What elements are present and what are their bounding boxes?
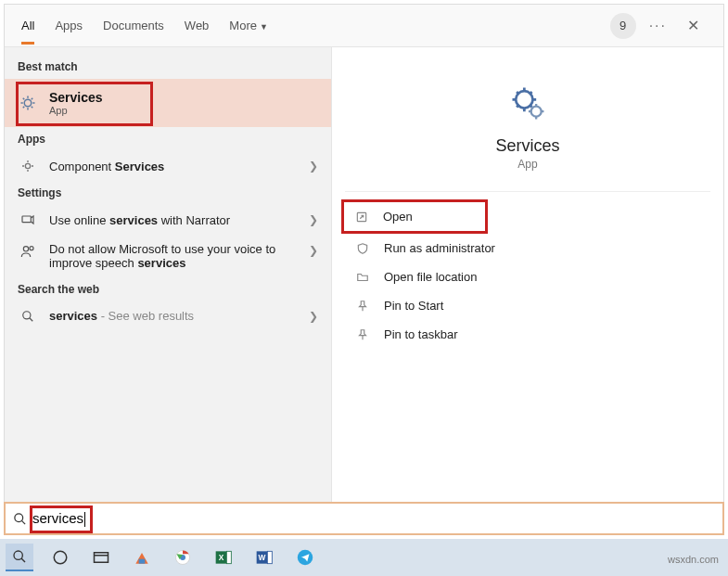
chevron-right-icon: ❯ [309, 213, 318, 226]
svg-text:W: W [259, 553, 266, 562]
more-options-icon[interactable]: ··· [649, 18, 667, 34]
pin-icon [354, 300, 371, 313]
svg-rect-2 [22, 216, 31, 223]
preview-pane: Services App Open Run as administrator O… [331, 47, 723, 534]
result-web-services[interactable]: services - See web results ❯ [5, 301, 331, 330]
svg-rect-13 [139, 559, 146, 564]
speech-icon [18, 244, 38, 259]
section-best-match: Best match [5, 55, 331, 79]
preview-sub: App [517, 158, 537, 171]
svg-rect-12 [95, 553, 109, 563]
section-web: Search the web [5, 277, 331, 301]
search-icon [13, 512, 27, 526]
svg-point-3 [23, 247, 28, 251]
taskbar-cortana-icon[interactable] [46, 544, 74, 571]
preview-title: Services [495, 136, 559, 156]
svg-point-4 [30, 247, 33, 250]
folder-icon [354, 271, 371, 284]
watermark: wsxdn.com [668, 554, 719, 565]
svg-point-7 [531, 107, 542, 117]
result-narrator-services[interactable]: Use online services with Narrator ❯ [5, 205, 331, 235]
search-header: All Apps Documents Web More▼ 9 ··· ✕ [5, 5, 723, 47]
svg-rect-21 [267, 551, 272, 563]
taskbar: X W [0, 539, 728, 576]
search-input[interactable]: services [32, 510, 85, 527]
taskbar-telegram-icon[interactable] [291, 544, 319, 571]
taskbar-chrome-icon[interactable] [169, 544, 197, 571]
tab-all[interactable]: All [21, 7, 34, 45]
tab-web[interactable]: Web [185, 7, 210, 45]
action-pin-taskbar[interactable]: Pin to taskbar [345, 320, 710, 349]
close-icon[interactable]: ✕ [680, 13, 707, 38]
chevron-right-icon: ❯ [309, 244, 318, 257]
svg-text:X: X [219, 553, 224, 562]
component-services-icon [18, 159, 38, 173]
services-large-icon [507, 83, 548, 123]
svg-point-11 [54, 551, 67, 564]
taskbar-search-icon[interactable] [6, 544, 33, 571]
taskbar-taskview-icon[interactable] [87, 544, 115, 571]
chevron-right-icon: ❯ [309, 310, 318, 323]
svg-point-1 [25, 163, 30, 168]
section-apps: Apps [5, 127, 331, 151]
action-pin-start[interactable]: Pin to Start [345, 291, 710, 320]
notification-badge[interactable]: 9 [610, 13, 636, 39]
results-list: Best match Services App Apps Component S… [5, 47, 331, 534]
best-match-result[interactable]: Services App [5, 79, 331, 127]
search-icon [18, 310, 38, 323]
taskbar-app1-icon[interactable] [128, 544, 156, 571]
svg-point-10 [14, 551, 22, 559]
tab-apps[interactable]: Apps [55, 7, 83, 45]
chevron-down-icon: ▼ [260, 22, 268, 32]
action-run-admin[interactable]: Run as administrator [345, 234, 710, 262]
narrator-icon [18, 212, 38, 227]
best-match-sub: App [49, 105, 103, 116]
filter-tabs: All Apps Documents Web More▼ [12, 7, 268, 45]
search-box[interactable]: services [4, 502, 724, 535]
taskbar-excel-icon[interactable]: X [210, 544, 237, 571]
svg-point-9 [15, 513, 23, 521]
svg-point-0 [24, 99, 32, 107]
svg-rect-18 [226, 551, 231, 563]
open-icon [353, 211, 370, 224]
svg-point-5 [23, 311, 31, 318]
action-file-location[interactable]: Open file location [345, 262, 710, 291]
section-settings: Settings [5, 181, 331, 205]
tab-documents[interactable]: Documents [103, 7, 164, 45]
result-component-services[interactable]: Component Services ❯ [5, 151, 331, 181]
tab-more[interactable]: More▼ [229, 7, 268, 45]
best-match-title: Services [49, 90, 103, 105]
admin-icon [354, 242, 371, 255]
taskbar-word-icon[interactable]: W [250, 544, 278, 571]
services-icon [18, 95, 38, 111]
action-open[interactable]: Open [341, 199, 488, 234]
chevron-right-icon: ❯ [309, 160, 318, 173]
pin-icon [354, 328, 371, 341]
result-speech-services[interactable]: Do not allow Microsoft to use your voice… [5, 235, 331, 277]
